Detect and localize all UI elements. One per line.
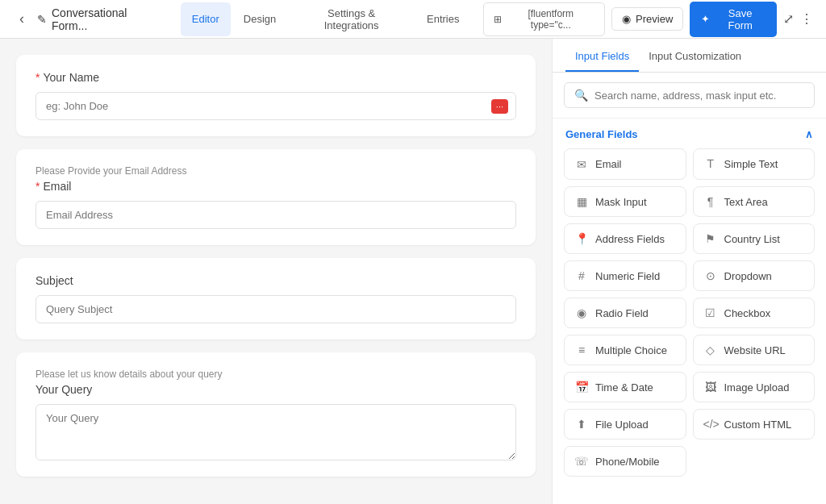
name-input-wrap: ···	[35, 92, 516, 120]
custom-html-icon: </>	[703, 418, 718, 431]
field-address-fields[interactable]: 📍 Address Fields	[564, 223, 686, 254]
top-nav: ‹ ✎ Conversational Form... Editor Design…	[0, 0, 826, 39]
tab-editor[interactable]: Editor	[181, 2, 231, 36]
field-mask-input[interactable]: ▦ Mask Input	[564, 186, 686, 217]
field-checkbox-label: Checkbox	[724, 307, 771, 319]
form-title-text: Conversational Form...	[52, 6, 165, 32]
name-field-card: * Your Name ···	[16, 55, 536, 136]
tab-entries[interactable]: Entries	[415, 2, 470, 36]
field-file-upload-label: File Upload	[595, 419, 649, 431]
email-field-card: Please Provide your Email Address * Emai…	[16, 149, 536, 245]
phone-mobile-icon: ☏	[574, 455, 589, 468]
field-custom-html-label: Custom HTML	[724, 419, 792, 431]
field-website-url[interactable]: ◇ Website URL	[693, 335, 816, 365]
collapse-icon[interactable]: ∧	[805, 128, 813, 140]
search-bar: 🔍	[553, 73, 826, 119]
query-field-card: Please let us know details about your qu…	[16, 352, 536, 477]
field-image-upload[interactable]: 🖼 Image Upload	[693, 372, 816, 402]
multiple-choice-icon: ≡	[574, 344, 589, 356]
form-title-area: ✎ Conversational Form...	[37, 6, 165, 32]
fields-grid: ✉ Email Ꭲ Simple Text ▦ Mask Input ¶ Tex…	[564, 148, 815, 477]
field-simple-text-label: Simple Text	[724, 158, 778, 170]
field-mask-input-label: Mask Input	[595, 196, 647, 208]
right-panel: Input Fields Input Customization 🔍 Gener…	[552, 39, 826, 504]
shortcode-text: [fluentform type="c...	[507, 8, 594, 31]
radio-field-icon: ◉	[574, 306, 589, 319]
subject-input[interactable]	[35, 295, 516, 323]
email-input[interactable]	[35, 201, 516, 229]
edit-icon: ✎	[37, 13, 47, 26]
field-email-label: Email	[595, 158, 622, 170]
preview-button[interactable]: ◉ Preview	[611, 7, 683, 31]
shortcode-button[interactable]: ⊞ [fluentform type="c...	[483, 2, 605, 36]
field-time-date[interactable]: 📅 Time & Date	[564, 372, 686, 402]
numeric-field-icon: #	[574, 269, 589, 282]
field-dropdown-label: Dropdown	[724, 270, 772, 282]
section-label: General Fields	[565, 128, 638, 140]
field-simple-text[interactable]: Ꭲ Simple Text	[693, 148, 816, 180]
search-input[interactable]	[594, 90, 804, 102]
field-numeric-label: Numeric Field	[595, 270, 660, 282]
tab-design[interactable]: Design	[232, 2, 287, 36]
save-icon: ✦	[701, 13, 710, 25]
field-checkbox[interactable]: ☑ Checkbox	[693, 298, 816, 328]
checkbox-icon: ☑	[703, 306, 718, 319]
code-icon: ⊞	[494, 14, 502, 25]
field-image-upload-label: Image Upload	[724, 381, 790, 394]
nav-tabs: Editor Design Settings & Integrations En…	[181, 2, 471, 36]
required-star: *	[35, 180, 40, 193]
back-icon: ‹	[19, 10, 24, 27]
main-content: * Your Name ··· Please Provide your Emai…	[0, 39, 826, 504]
tab-settings-integrations[interactable]: Settings & Integrations	[289, 2, 414, 36]
field-address-label: Address Fields	[595, 233, 665, 245]
field-file-upload[interactable]: ⬆ File Upload	[564, 409, 686, 439]
field-multiple-choice-label: Multiple Choice	[595, 344, 667, 356]
email-field-icon: ✉	[574, 158, 589, 171]
field-multiple-choice[interactable]: ≡ Multiple Choice	[564, 335, 686, 365]
save-button[interactable]: ✦ Save Form	[690, 2, 777, 37]
field-text-area-label: Text Area	[724, 196, 768, 208]
form-canvas: * Your Name ··· Please Provide your Emai…	[0, 39, 552, 504]
file-upload-icon: ⬆	[574, 418, 589, 431]
back-button[interactable]: ‹	[13, 7, 31, 31]
subject-field-label: Subject	[35, 274, 516, 287]
website-url-icon: ◇	[703, 344, 718, 356]
fields-area: General Fields ∧ ✉ Email Ꭲ Simple Text ▦…	[553, 119, 826, 504]
field-radio[interactable]: ◉ Radio Field	[564, 298, 686, 328]
address-fields-icon: 📍	[574, 232, 589, 245]
tab-input-fields[interactable]: Input Fields	[565, 39, 639, 72]
query-sublabel: Please let us know details about your qu…	[35, 369, 516, 380]
field-dropdown[interactable]: ⊙ Dropdown	[693, 260, 816, 291]
more-options-button[interactable]: ⋮	[800, 11, 813, 27]
general-fields-header: General Fields ∧	[564, 128, 815, 140]
right-tabs: Input Fields Input Customization	[553, 39, 826, 73]
field-country-list-label: Country List	[724, 233, 780, 245]
query-field-label: Your Query	[35, 383, 516, 396]
field-phone-mobile[interactable]: ☏ Phone/Mobile	[564, 446, 686, 477]
field-radio-label: Radio Field	[595, 307, 649, 319]
mask-input-icon: ▦	[574, 195, 589, 208]
field-numeric[interactable]: # Numeric Field	[564, 260, 686, 291]
field-phone-mobile-label: Phone/Mobile	[595, 456, 660, 468]
search-icon: 🔍	[574, 89, 588, 102]
eye-icon: ◉	[622, 13, 631, 25]
field-email[interactable]: ✉ Email	[564, 148, 686, 180]
time-date-icon: 📅	[574, 381, 589, 394]
field-country-list[interactable]: ⚑ Country List	[693, 223, 816, 254]
query-input[interactable]	[35, 404, 516, 460]
field-custom-html[interactable]: </> Custom HTML	[693, 409, 816, 439]
required-star: *	[35, 71, 40, 84]
name-input[interactable]	[35, 92, 516, 120]
tab-input-customization[interactable]: Input Customization	[639, 39, 751, 72]
search-input-wrap: 🔍	[564, 82, 815, 108]
image-upload-icon: 🖼	[703, 381, 718, 394]
text-area-icon: ¶	[703, 195, 718, 208]
field-text-area[interactable]: ¶ Text Area	[693, 186, 816, 217]
name-field-label: * Your Name	[35, 71, 516, 84]
country-list-icon: ⚑	[703, 232, 718, 245]
field-website-url-label: Website URL	[724, 344, 786, 356]
name-action-button[interactable]: ···	[491, 99, 508, 114]
subject-field-card: Subject	[16, 258, 536, 339]
fullscreen-button[interactable]: ⤢	[783, 11, 794, 27]
simple-text-icon: Ꭲ	[703, 157, 718, 171]
